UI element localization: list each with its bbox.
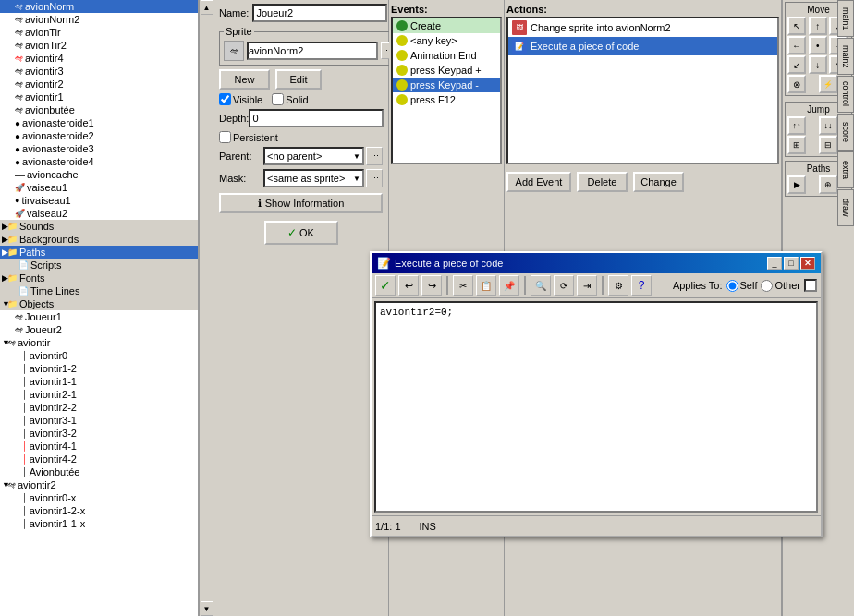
- tree-item-aviontir1[interactable]: 🛩 aviontir1: [0, 91, 198, 103]
- tree-item-aviontir0[interactable]: │ aviontir0: [0, 349, 198, 362]
- dialog-tools-button[interactable]: ⚙: [608, 275, 628, 296]
- move-speed-btn[interactable]: ⚡: [819, 75, 837, 93]
- tab-main1[interactable]: main1: [837, 0, 854, 37]
- delete-button[interactable]: Delete: [577, 172, 628, 192]
- tree-item-aviontir4-2[interactable]: │ aviontir4-2: [0, 453, 198, 465]
- mask-dropdown[interactable]: <same as sprite> ▼: [263, 169, 364, 187]
- visible-checkbox[interactable]: [219, 93, 231, 105]
- jump-btn-4[interactable]: ⊟: [819, 136, 837, 154]
- tree-item-tirvaiseau1[interactable]: ● tirvaiseau1: [0, 194, 198, 207]
- tree-item-aviontir2-1[interactable]: │ aviontir2-1: [0, 388, 198, 401]
- other-radio-label[interactable]: Other: [761, 280, 800, 292]
- dialog-close-button[interactable]: ✕: [800, 257, 815, 270]
- event-keypad-minus[interactable]: press Keypad -: [393, 78, 500, 92]
- depth-input[interactable]: [249, 109, 384, 127]
- persistent-checkbox[interactable]: [219, 131, 231, 143]
- solid-checkbox[interactable]: [272, 93, 284, 105]
- tree-item-joueur1[interactable]: 🛩 Joueur1: [0, 310, 198, 323]
- parent-browse-button[interactable]: ⋯: [366, 147, 383, 165]
- event-create[interactable]: Create: [393, 18, 500, 33]
- tree-item-vaiseau2[interactable]: 🚀 vaiseau2: [0, 207, 198, 220]
- tree-item-aviontir3[interactable]: 🛩 aviontir3: [0, 65, 198, 78]
- event-animation-end[interactable]: Animation End: [393, 48, 500, 63]
- tree-section-objects[interactable]: ▼ 📁 Objects: [0, 297, 198, 310]
- dialog-minimize-button[interactable]: _: [767, 257, 782, 270]
- edit-button[interactable]: Edit: [275, 69, 322, 90]
- tree-section-paths[interactable]: ▶ 📁 Paths: [0, 246, 198, 259]
- tree-item-avionNorm[interactable]: 🛩 avionNorm: [0, 0, 198, 13]
- tree-item-aviontir2-2[interactable]: │ aviontir2-2: [0, 401, 198, 414]
- event-anykey[interactable]: <any key>: [393, 33, 500, 48]
- jump-btn-1[interactable]: ↑↑: [787, 116, 806, 135]
- tree-item-aviontir3-2[interactable]: │ aviontir3-2: [0, 427, 198, 440]
- tree-item-aviontir4[interactable]: 🛩 aviontir4: [0, 52, 198, 65]
- object-tree[interactable]: 🛩 avionNorm 🛩 avionNorm2 🛩 avionTir 🛩 av…: [0, 0, 199, 616]
- name-input[interactable]: [252, 4, 387, 22]
- tree-item-avionNorm2[interactable]: 🛩 avionNorm2: [0, 13, 198, 26]
- tree-section-sounds[interactable]: ▶ 📁 Sounds: [0, 220, 198, 233]
- move-btn-1[interactable]: ↖: [787, 17, 806, 35]
- tree-item-aviontir1-2-x[interactable]: │ aviontir1-2-x: [0, 504, 198, 517]
- mask-browse-button[interactable]: ⋯: [366, 169, 383, 187]
- tree-section-backgrounds[interactable]: ▶ 📁 Backgrounds: [0, 233, 198, 246]
- move-stop-btn[interactable]: ⊗: [787, 75, 806, 93]
- tree-item-avionbutee[interactable]: 🛩 avionbutée: [0, 103, 198, 116]
- tree-item-joueur2[interactable]: 🛩 Joueur2: [0, 323, 198, 336]
- persistent-label[interactable]: Persistent: [219, 131, 383, 143]
- tree-item-avionTir[interactable]: 🛩 avionTir: [0, 26, 198, 39]
- tree-item-avionTir2[interactable]: 🛩 avionTir2: [0, 39, 198, 52]
- dialog-paste-button[interactable]: 📌: [499, 275, 519, 296]
- tree-item-avionbutee2[interactable]: │ Avionbutée: [0, 465, 198, 478]
- jump-btn-2[interactable]: ↓↓: [819, 116, 837, 135]
- tree-item-asteroid3[interactable]: ● avionasteroide3: [0, 142, 198, 155]
- tree-item-aviontir2[interactable]: 🛩 aviontir2: [0, 78, 198, 91]
- dialog-undo-button[interactable]: ↩: [398, 275, 419, 296]
- tree-item-aviontir3-1[interactable]: │ aviontir3-1: [0, 414, 198, 427]
- dialog-copy-button[interactable]: 📋: [476, 275, 496, 296]
- tree-item-aviontir0-x[interactable]: │ aviontir0-x: [0, 491, 198, 504]
- move-btn-4[interactable]: ←: [787, 36, 806, 54]
- ok-button[interactable]: ✓ OK: [264, 221, 338, 245]
- tree-item-aviontir-obj[interactable]: ▼ 🛩 aviontir: [0, 336, 198, 349]
- tree-item-aviontir1-1[interactable]: │ aviontir1-1: [0, 375, 198, 388]
- tree-item-avioncache[interactable]: — avioncache: [0, 168, 198, 181]
- solid-checkbox-label[interactable]: Solid: [272, 93, 308, 105]
- tree-item-timelines[interactable]: 📄 Time Lines: [0, 284, 198, 297]
- change-button[interactable]: Change: [633, 172, 684, 192]
- tree-item-aviontir1-1-x[interactable]: │ aviontir1-1-x: [0, 517, 198, 530]
- tree-item-asteroid2[interactable]: ● avionasteroide2: [0, 129, 198, 142]
- tab-main2[interactable]: main2: [837, 38, 854, 75]
- tree-item-aviontir1-2[interactable]: │ aviontir1-2: [0, 362, 198, 375]
- new-button[interactable]: New: [219, 69, 270, 90]
- self-radio-label[interactable]: Self: [726, 280, 758, 292]
- tree-item-aviontir4-1[interactable]: │ aviontir4-1: [0, 440, 198, 453]
- dialog-search-button[interactable]: 🔍: [531, 275, 551, 296]
- tree-item-vaiseau1[interactable]: 🚀 vaiseau1: [0, 181, 198, 194]
- move-btn-5[interactable]: •: [809, 36, 827, 54]
- tree-item-scripts[interactable]: 📄 Scripts: [0, 259, 198, 272]
- tree-item-asteroid4[interactable]: ● avionasteroide4: [0, 155, 198, 168]
- dialog-indent-button[interactable]: ⇥: [577, 275, 597, 296]
- tree-item-asteroid1[interactable]: ● avionasteroide1: [0, 116, 198, 129]
- dialog-cut-button[interactable]: ✂: [453, 275, 473, 296]
- tab-score[interactable]: score: [837, 114, 854, 151]
- action-change-sprite[interactable]: 🖼 Change sprite into avionNorm2: [508, 18, 777, 37]
- move-btn-7[interactable]: ↙: [787, 55, 806, 74]
- event-f12[interactable]: press F12: [393, 92, 500, 107]
- dialog-redo-button[interactable]: ↪: [421, 275, 442, 296]
- tree-item-aviontir2-obj[interactable]: ▼ 🛩 aviontir2: [0, 478, 198, 491]
- other-radio[interactable]: [761, 280, 773, 292]
- action-execute-code[interactable]: 📝 Execute a piece of code: [508, 37, 777, 55]
- event-keypad-plus[interactable]: press Keypad +: [393, 63, 500, 78]
- move-btn-2[interactable]: ↑: [809, 17, 827, 35]
- visible-checkbox-label[interactable]: Visible: [219, 93, 262, 105]
- scrollbar-up-arrow[interactable]: ▲: [201, 0, 214, 15]
- tab-control[interactable]: control: [837, 76, 854, 113]
- scrollbar-down-arrow[interactable]: ▼: [201, 601, 214, 616]
- move-btn-8[interactable]: ↓: [809, 55, 827, 74]
- tab-draw[interactable]: draw: [837, 189, 854, 226]
- paths-btn-2[interactable]: ⊕: [819, 175, 837, 194]
- add-event-button[interactable]: Add Event: [506, 172, 571, 192]
- sprite-name-input[interactable]: [247, 42, 378, 60]
- self-radio[interactable]: [726, 280, 738, 292]
